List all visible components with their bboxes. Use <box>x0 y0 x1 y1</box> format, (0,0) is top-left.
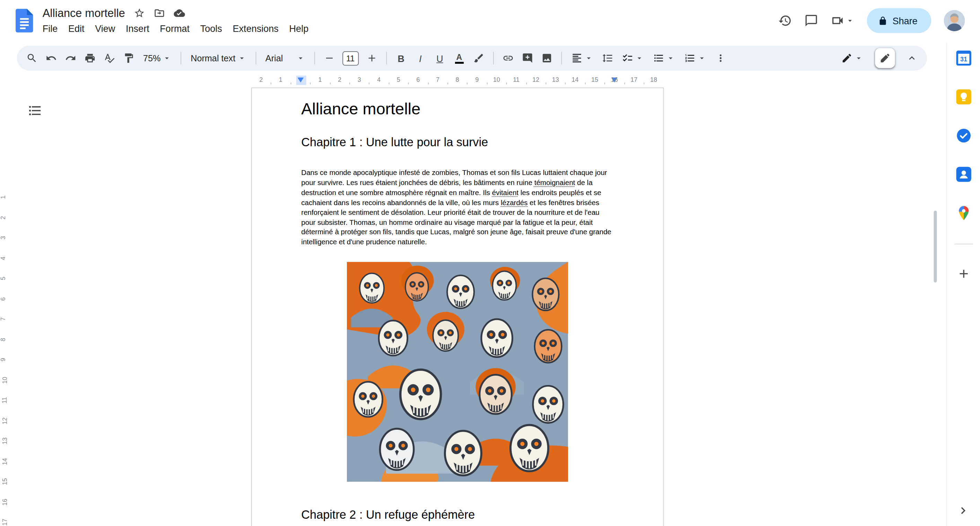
vertical-scrollbar[interactable] <box>934 211 937 283</box>
collapse-toolbar-icon[interactable] <box>903 50 921 66</box>
chapter1-heading[interactable]: Chapitre 1 : Une lutte pour la survie <box>301 135 488 149</box>
menu-view[interactable]: View <box>95 23 115 34</box>
quill-icon <box>880 52 891 64</box>
star-icon[interactable] <box>134 8 145 19</box>
add-comment-icon[interactable] <box>519 50 536 66</box>
chapter2-heading[interactable]: Chapitre 2 : Un refuge éphémère <box>301 508 475 522</box>
paragraph-style-select[interactable]: Normal text <box>187 53 250 63</box>
font-family-value: Arial <box>266 53 283 63</box>
menu-format[interactable]: Format <box>160 23 189 34</box>
increase-font-size-button[interactable] <box>363 50 380 66</box>
editing-mode-select[interactable] <box>838 52 867 64</box>
paragraph-style-value: Normal text <box>191 53 235 63</box>
side-panel-divider <box>954 243 973 244</box>
ruler-number: 16 <box>2 498 8 505</box>
horizontal-ruler[interactable]: 21123456789101112131415161718 <box>0 76 945 86</box>
menu-tools[interactable]: Tools <box>200 23 222 34</box>
side-panel: 31 <box>947 43 980 526</box>
left-indent-marker[interactable] <box>298 78 304 83</box>
toolbar: 75% Normal text Arial 11 B I U A <box>17 46 927 71</box>
docs-logo[interactable] <box>16 9 33 33</box>
ruler-number: 9 <box>0 358 6 361</box>
ruler-number: 17 <box>2 519 8 526</box>
undo-icon[interactable] <box>43 50 60 66</box>
spellcheck-icon[interactable] <box>100 50 118 66</box>
menu-help[interactable]: Help <box>290 23 309 34</box>
comments-icon[interactable] <box>804 14 818 28</box>
share-label: Share <box>892 15 917 26</box>
move-folder-icon[interactable] <box>154 8 165 19</box>
italic-button[interactable]: I <box>412 50 429 66</box>
toolbar-divider <box>314 52 315 64</box>
misspelled-word[interactable]: évitaient <box>492 189 519 196</box>
maps-icon[interactable] <box>955 205 972 221</box>
ruler-number: 1 <box>279 76 282 83</box>
menu-extensions[interactable]: Extensions <box>233 23 278 34</box>
text-color-button[interactable]: A <box>450 50 468 66</box>
checklist-select[interactable] <box>618 52 648 64</box>
ruler-number: 18 <box>650 76 657 83</box>
version-history-icon[interactable] <box>778 14 792 28</box>
collapse-panel-icon[interactable] <box>956 504 970 518</box>
underline-button[interactable]: U <box>431 50 449 66</box>
meet-video-button[interactable] <box>830 14 854 28</box>
numbered-list-select[interactable] <box>680 52 710 64</box>
paint-format-icon[interactable] <box>120 50 137 66</box>
misspelled-word[interactable]: lézardés <box>501 199 528 206</box>
font-size-input[interactable]: 11 <box>342 51 359 65</box>
titlebar: Alliance mortelle File Edit View Insert … <box>0 0 980 43</box>
calendar-icon[interactable]: 31 <box>955 50 972 66</box>
highlight-icon[interactable] <box>470 50 488 66</box>
ruler-tick <box>605 83 605 84</box>
decrease-font-size-button[interactable] <box>321 50 338 66</box>
contacts-icon[interactable] <box>955 166 972 183</box>
cloud-status-icon[interactable] <box>174 8 185 19</box>
document-outline-icon[interactable] <box>27 103 42 118</box>
search-icon[interactable] <box>23 50 41 66</box>
dropdown-caret-icon <box>584 54 593 62</box>
align-select[interactable] <box>567 52 597 64</box>
tasks-icon[interactable] <box>955 127 972 144</box>
numbered-list-icon <box>684 52 695 64</box>
insert-image-icon[interactable] <box>538 50 555 66</box>
account-avatar[interactable] <box>943 10 965 31</box>
menu-insert[interactable]: Insert <box>126 23 150 34</box>
ruler-number: 2 <box>338 76 341 83</box>
bold-button[interactable]: B <box>392 50 410 66</box>
redo-icon[interactable] <box>62 50 80 66</box>
ruler-number: 10 <box>2 377 8 384</box>
link-icon[interactable] <box>499 50 517 66</box>
ruler-number: 15 <box>2 478 8 485</box>
line-spacing-icon[interactable] <box>598 50 616 66</box>
align-left-icon <box>571 52 582 64</box>
keep-icon[interactable] <box>955 89 972 105</box>
font-family-select[interactable]: Arial <box>262 53 309 63</box>
get-addons-icon[interactable] <box>956 267 970 281</box>
zombie-illustration[interactable] <box>347 262 568 482</box>
vertical-ruler[interactable]: 123456789101112131415161718192021 <box>0 87 10 526</box>
ruler-number: 14 <box>2 458 8 465</box>
zoom-select[interactable]: 75% <box>139 53 175 63</box>
document-title[interactable]: Alliance mortelle <box>43 6 125 20</box>
body-paragraph[interactable]: Dans ce monde apocalyptique infesté de z… <box>301 168 616 248</box>
misspelled-word[interactable]: témoignaient <box>535 179 575 186</box>
ruler-tick <box>447 83 448 84</box>
ruler-number: 2 <box>0 216 6 219</box>
menu-file[interactable]: File <box>43 23 58 34</box>
ruler-number: 8 <box>456 76 459 83</box>
print-icon[interactable] <box>81 50 99 66</box>
dropdown-caret-icon <box>697 54 706 62</box>
doc-heading-title[interactable]: Alliance mortelle <box>301 99 420 119</box>
markup-pen-button[interactable] <box>875 48 895 68</box>
toolbar-divider <box>493 52 493 64</box>
dropdown-caret-icon <box>296 54 305 62</box>
ruler-number: 1 <box>318 76 321 83</box>
ruler-tick <box>369 83 370 84</box>
share-button[interactable]: Share <box>867 8 931 33</box>
bulleted-list-select[interactable] <box>649 52 679 64</box>
ruler-number: 12 <box>532 76 539 83</box>
more-icon[interactable] <box>712 50 729 66</box>
toolbar-divider <box>181 52 181 64</box>
menu-edit[interactable]: Edit <box>68 23 84 34</box>
document-page[interactable]: Alliance mortelle Chapitre 1 : Une lutte… <box>251 87 663 526</box>
